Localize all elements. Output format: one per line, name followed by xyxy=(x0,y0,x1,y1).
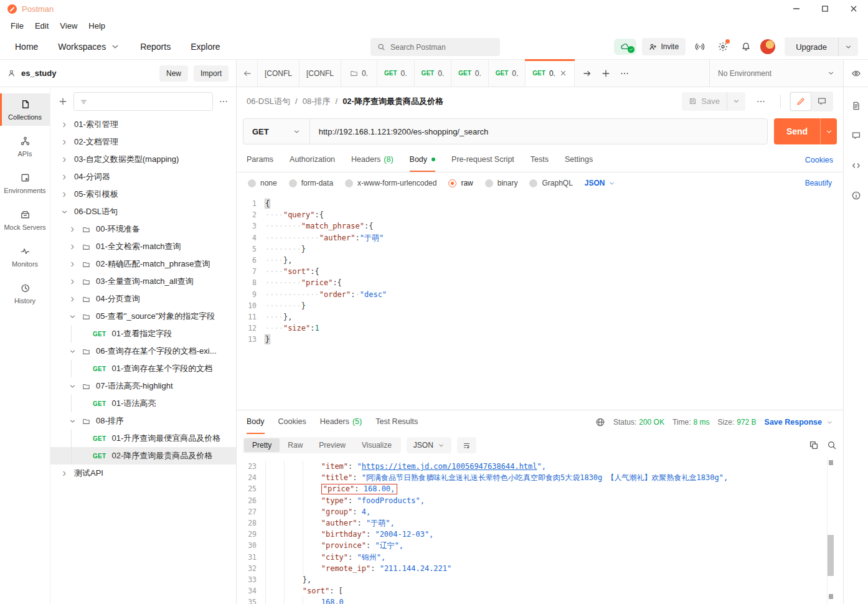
environment-selector[interactable]: No Environment xyxy=(709,60,843,87)
wrap-lines-button[interactable] xyxy=(457,437,476,453)
tab-params[interactable]: Params xyxy=(247,148,273,172)
tree-folder[interactable]: 02-精确匹配-match_phrase查询 xyxy=(50,255,236,273)
nav-home[interactable]: Home xyxy=(5,38,48,55)
cookies-link[interactable]: Cookies xyxy=(805,148,833,172)
tree-request[interactable]: GET01-查询存在某个字段的文档 xyxy=(50,360,236,377)
new-button[interactable]: New xyxy=(159,65,188,82)
new-tab-button[interactable] xyxy=(597,65,615,82)
close-icon[interactable] xyxy=(559,69,567,77)
scrollbar-thumb[interactable] xyxy=(828,535,834,576)
code-snippet-button[interactable] xyxy=(851,161,861,171)
tab-tests[interactable]: Tests xyxy=(531,148,549,172)
upgrade-button[interactable]: Upgrade xyxy=(785,37,858,56)
sidebar-item-history[interactable]: History xyxy=(0,277,50,309)
documentation-button[interactable] xyxy=(851,101,861,111)
nav-explore[interactable]: Explore xyxy=(181,38,230,55)
request-tab[interactable]: GET0. xyxy=(451,60,489,87)
response-tab-cookies[interactable]: Cookies xyxy=(278,410,306,434)
search-response-button[interactable] xyxy=(827,440,837,450)
comments-button[interactable] xyxy=(851,131,861,141)
tab-pre-request-script[interactable]: Pre-request Script xyxy=(451,148,514,172)
response-scrollbar[interactable] xyxy=(827,456,833,604)
tree-request[interactable]: GET01-语法高亮 xyxy=(50,395,236,412)
tree-folder[interactable]: 06-查询存在某个字段的文档-exi... xyxy=(50,342,236,360)
maximize-button[interactable] xyxy=(811,0,839,17)
add-button[interactable] xyxy=(58,97,68,106)
tree-collection[interactable]: 测试API xyxy=(50,465,236,482)
menu-view[interactable]: View xyxy=(54,19,83,32)
tab-headers[interactable]: Headers(8) xyxy=(351,148,394,172)
tree-collection[interactable]: 03-自定义数据类型(mapping) xyxy=(50,151,236,168)
response-tab-headers[interactable]: Headers(5) xyxy=(320,410,362,434)
request-tab[interactable]: GET0. xyxy=(377,60,415,87)
view-raw[interactable]: Raw xyxy=(280,438,311,452)
request-body-editor[interactable]: 1{2····"query":{3········"match_phrase":… xyxy=(237,194,843,410)
menu-file[interactable]: File xyxy=(5,19,29,32)
tree-folder[interactable]: 07-语法高亮-highlight xyxy=(50,377,236,395)
body-mode-x-www-form-urlencoded[interactable]: x-www-form-urlencoded xyxy=(345,179,436,187)
sidebar-item-monitors[interactable]: Monitors xyxy=(0,240,50,273)
body-mode-graphql[interactable]: GraphQL xyxy=(529,179,572,187)
info-button[interactable] xyxy=(851,191,861,201)
url-input[interactable]: http://192.168.1.121:9200/es-shopping/_s… xyxy=(310,127,498,136)
sidebar-item-mock-servers[interactable]: Mock Servers xyxy=(0,204,50,236)
response-language-select[interactable]: JSON xyxy=(407,437,451,453)
request-more-button[interactable] xyxy=(750,92,771,111)
environment-quick-look-button[interactable] xyxy=(851,68,861,78)
scroll-tabs-left-button[interactable] xyxy=(237,60,257,87)
tree-folder[interactable]: 00-环境准备 xyxy=(50,220,236,238)
sidebar-item-environments[interactable]: Environments xyxy=(0,167,50,199)
tree-collection[interactable]: 01-索引管理 xyxy=(50,116,236,133)
tree-folder[interactable]: 01-全文检索-match查询 xyxy=(50,238,236,255)
method-select[interactable]: GET xyxy=(243,127,309,136)
invite-button[interactable]: Invite xyxy=(642,38,686,55)
save-options-button[interactable] xyxy=(727,92,745,111)
sidebar-item-apis[interactable]: APIs xyxy=(0,130,50,163)
tab-body[interactable]: Body xyxy=(410,148,436,172)
tab-options-button[interactable] xyxy=(615,65,634,82)
tree-request[interactable]: GET01-升序查询最便宜商品及价格 xyxy=(50,430,236,447)
tree-folder[interactable]: 04-分页查询 xyxy=(50,290,236,308)
send-button[interactable]: Send xyxy=(774,118,837,144)
satellite-button[interactable] xyxy=(691,38,709,55)
response-tab-body[interactable]: Body xyxy=(247,410,265,434)
notifications-button[interactable] xyxy=(737,38,755,55)
tree-folder[interactable]: 08-排序 xyxy=(50,412,236,430)
nav-workspaces[interactable]: Workspaces xyxy=(48,38,130,55)
menu-help[interactable]: Help xyxy=(83,19,111,32)
menu-edit[interactable]: Edit xyxy=(29,19,54,32)
close-button[interactable] xyxy=(839,0,868,17)
sync-status-button[interactable] xyxy=(614,39,636,55)
view-preview[interactable]: Preview xyxy=(311,438,354,452)
minimize-button[interactable] xyxy=(782,0,811,17)
workspace-name[interactable]: es_study xyxy=(21,68,154,78)
tree-folder[interactable]: 03-全量查询-match_all查询 xyxy=(50,273,236,290)
filter-input[interactable] xyxy=(73,92,213,111)
breadcrumb-item[interactable]: 02-降序查询最贵商品及价格 xyxy=(342,96,443,107)
avatar[interactable] xyxy=(760,39,775,54)
sidebar-item-collections[interactable]: Collections xyxy=(0,93,50,126)
request-tab[interactable]: [CONFL xyxy=(300,60,341,87)
scroll-tabs-right-button[interactable] xyxy=(578,65,597,82)
nav-reports[interactable]: Reports xyxy=(130,38,181,55)
chevron-down-icon[interactable] xyxy=(838,37,858,56)
tab-settings[interactable]: Settings xyxy=(565,148,593,172)
breadcrumb-item[interactable]: 06-DSL语句 xyxy=(247,96,290,107)
tree-request[interactable]: GET01-查看指定字段 xyxy=(50,325,236,342)
beautify-button[interactable]: Beautify xyxy=(805,179,832,187)
request-tab[interactable]: GET0. xyxy=(415,60,452,87)
request-tab[interactable]: 0. xyxy=(341,60,377,87)
copy-button[interactable] xyxy=(809,440,819,450)
import-button[interactable]: Import xyxy=(194,65,229,82)
save-button[interactable]: Save xyxy=(682,92,745,111)
response-tab-test-results[interactable]: Test Results xyxy=(375,410,418,434)
tree-collection[interactable]: 04-分词器 xyxy=(50,168,236,186)
tree-collection[interactable]: 02-文档管理 xyxy=(50,133,236,151)
tree-collection[interactable]: 06-DSL语句 xyxy=(50,203,236,220)
more-options-button[interactable] xyxy=(219,97,229,106)
view-visualize[interactable]: Visualize xyxy=(354,438,400,452)
body-mode-none[interactable]: none xyxy=(248,179,277,187)
request-tab[interactable]: [CONFL xyxy=(257,60,300,87)
body-mode-raw[interactable]: raw xyxy=(448,179,473,187)
tree-folder[interactable]: 05-查看"_source"对象的指定字段 xyxy=(50,308,236,325)
